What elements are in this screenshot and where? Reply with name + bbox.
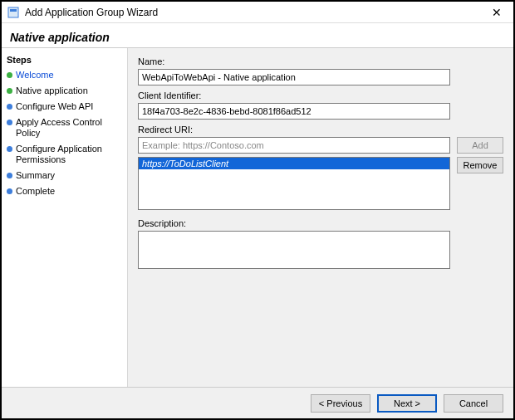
previous-button[interactable]: < Previous <box>311 394 370 413</box>
step-access-control-policy[interactable]: Apply Access Control Policy <box>7 117 122 139</box>
step-status-icon <box>7 146 12 152</box>
dialog-window: Add Application Group Wizard ✕ Native ap… <box>0 0 515 420</box>
step-label: Welcome <box>16 70 54 81</box>
step-label: Configure Web API <box>16 101 93 112</box>
add-button[interactable]: Add <box>457 137 503 154</box>
page-header: Native application <box>2 23 513 48</box>
steps-sidebar: Steps Welcome Native application Configu… <box>2 48 128 387</box>
dialog-footer: < Previous Next > Cancel <box>2 387 513 418</box>
step-label: Native application <box>16 85 88 96</box>
form-panel: Name: Client Identifier: Redirect URI: A… <box>128 48 513 387</box>
dialog-body: Steps Welcome Native application Configu… <box>2 48 513 387</box>
page-title: Native application <box>10 31 110 44</box>
list-item[interactable]: https://ToDoListClient <box>139 158 449 169</box>
svg-rect-0 <box>8 7 18 17</box>
step-label: Summary <box>16 170 55 181</box>
step-label: Complete <box>16 186 55 197</box>
description-input[interactable] <box>138 231 450 269</box>
window-title: Add Application Group Wizard <box>25 7 485 18</box>
step-welcome[interactable]: Welcome <box>7 70 122 81</box>
client-id-input[interactable] <box>138 103 450 120</box>
step-status-icon <box>7 173 12 178</box>
steps-heading: Steps <box>7 55 122 65</box>
step-summary[interactable]: Summary <box>7 170 122 181</box>
remove-button[interactable]: Remove <box>457 157 503 173</box>
close-icon[interactable]: ✕ <box>485 4 508 21</box>
step-label: Configure Application Permissions <box>16 144 122 165</box>
step-configure-web-api[interactable]: Configure Web API <box>7 101 122 112</box>
step-complete[interactable]: Complete <box>7 186 122 197</box>
step-status-icon <box>7 72 12 78</box>
client-id-label: Client Identifier: <box>138 90 503 100</box>
title-bar: Add Application Group Wizard ✕ <box>2 2 513 23</box>
description-label: Description: <box>138 218 503 228</box>
name-label: Name: <box>138 56 503 66</box>
step-configure-permissions[interactable]: Configure Application Permissions <box>7 144 122 165</box>
svg-rect-1 <box>10 9 17 12</box>
step-label: Apply Access Control Policy <box>16 117 122 139</box>
redirect-uri-input[interactable] <box>138 137 450 154</box>
cancel-button[interactable]: Cancel <box>444 394 503 413</box>
step-status-icon <box>7 104 12 110</box>
step-status-icon <box>7 188 12 194</box>
redirect-uri-label: Redirect URI: <box>138 125 503 134</box>
name-input[interactable] <box>138 69 450 85</box>
app-icon <box>7 6 20 19</box>
step-status-icon <box>7 120 12 125</box>
step-status-icon <box>7 88 12 94</box>
next-button[interactable]: Next > <box>377 394 437 413</box>
step-native-application[interactable]: Native application <box>7 85 122 96</box>
redirect-uri-list[interactable]: https://ToDoListClient <box>138 157 450 210</box>
